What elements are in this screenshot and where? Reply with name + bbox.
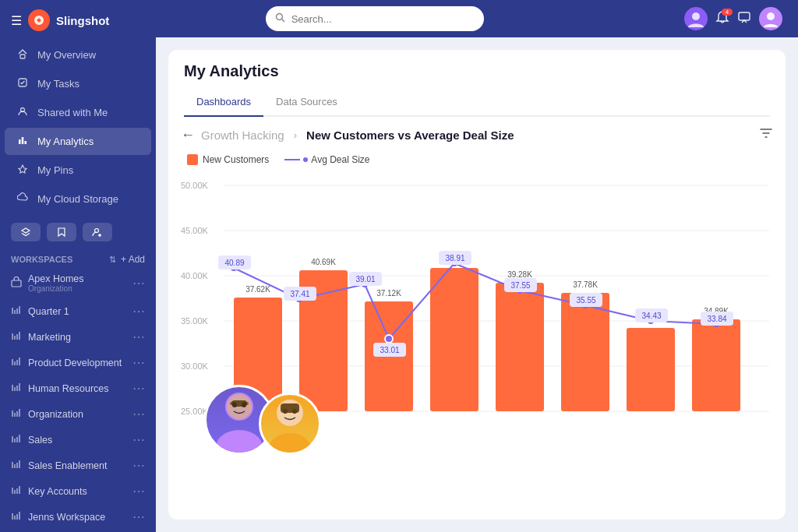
svg-text:30.00K: 30.00K <box>181 361 209 371</box>
workspace-marketing-name: Marketing <box>28 332 71 343</box>
svg-text:39.28K: 39.28K <box>507 270 532 279</box>
line-label-5: 37.55 <box>510 281 530 290</box>
avatar-person2 <box>259 393 321 455</box>
workspace-keyaccts-more[interactable]: ⋯ <box>132 484 145 499</box>
breadcrumb-current: New Customers vs Average Deal Size <box>306 129 514 142</box>
topbar-actions: 4 <box>684 7 782 30</box>
svg-text:37.62K: 37.62K <box>245 285 270 294</box>
search-input[interactable] <box>291 13 475 25</box>
workspace-jenns[interactable]: Jenns Workspace ⋯ <box>0 504 156 530</box>
bookmark-button[interactable] <box>47 223 76 241</box>
workspace-org-more[interactable]: ⋯ <box>132 407 145 421</box>
workspace-quarter1[interactable]: Quarter 1 ⋯ <box>0 298 156 324</box>
workspace-enablement[interactable]: Sales Enablement ⋯ <box>0 453 156 478</box>
sidebar-item-overview[interactable]: My Overview <box>5 41 151 69</box>
filter-button[interactable] <box>759 126 773 143</box>
user-avatar-group[interactable] <box>684 7 708 30</box>
svg-text:37.12K: 37.12K <box>376 289 401 298</box>
workspaces-label: Workspaces <box>11 255 72 264</box>
svg-rect-10 <box>12 280 21 287</box>
workspace-marketing[interactable]: Marketing ⋯ <box>0 324 156 350</box>
bar-4 <box>430 268 478 411</box>
sidebar-item-tasks[interactable]: My Tasks <box>5 70 151 97</box>
bar-7 <box>627 328 675 411</box>
line-dot-3 <box>385 335 393 343</box>
tab-dashboards[interactable]: Dashboards <box>184 90 263 117</box>
workspace-hr-name: Human Resources <box>28 383 109 394</box>
workspace-keyaccts-icon <box>11 484 22 498</box>
workspace-q1-name: Quarter 1 <box>28 306 69 317</box>
bar-6 <box>561 293 609 411</box>
workspace-hr-more[interactable]: ⋯ <box>132 381 145 396</box>
workspace-apex-more[interactable]: ⋯ <box>132 276 145 291</box>
back-button[interactable]: ← <box>181 127 195 143</box>
workspace-q1-icon <box>11 305 22 318</box>
workspace-product-name: Product Development <box>28 358 122 368</box>
layers-button[interactable] <box>11 223 41 241</box>
topbar: 4 <box>156 0 798 37</box>
page-title: My Analytics <box>184 62 770 80</box>
svg-point-37 <box>216 430 263 455</box>
workspace-product-more[interactable]: ⋯ <box>132 355 145 370</box>
legend-bar-rect <box>187 154 198 165</box>
notifications-button[interactable]: 4 <box>715 10 729 27</box>
workspace-jenns-name: Jenns Workspace <box>28 512 105 523</box>
workspace-org[interactable]: Organization ⋯ <box>0 401 156 427</box>
svg-point-13 <box>692 12 700 20</box>
workspace-product[interactable]: Product Development ⋯ <box>0 350 156 375</box>
workspace-apex-icon <box>11 277 22 290</box>
legend-bar-label: New Customers <box>203 154 269 165</box>
svg-text:37.78K: 37.78K <box>573 280 598 289</box>
workspace-apex[interactable]: Apex HomesOrganization ⋯ <box>0 268 156 298</box>
workspace-q1-more[interactable]: ⋯ <box>132 304 145 319</box>
sidebar-item-analytics[interactable]: My Analytics <box>5 128 151 155</box>
workspace-sales-name: Sales <box>28 435 52 446</box>
bar-8 <box>692 319 740 411</box>
hamburger-icon[interactable]: ☰ <box>11 13 22 28</box>
notification-badge: 4 <box>722 9 733 16</box>
svg-point-15 <box>767 12 775 20</box>
chat-button[interactable] <box>737 10 751 27</box>
workspace-jenns-more[interactable]: ⋯ <box>132 509 145 524</box>
workspace-sales[interactable]: Sales ⋯ <box>0 427 156 453</box>
breadcrumb-parent: Growth Hacking <box>201 129 284 142</box>
workspace-marketing-more[interactable]: ⋯ <box>132 329 145 344</box>
svg-rect-6 <box>25 141 27 144</box>
workspace-jenns-icon <box>11 510 22 523</box>
profile-avatar[interactable] <box>759 7 782 30</box>
workspace-apex-sub: Organization <box>28 284 84 293</box>
sidebar-item-pins[interactable]: My Pins <box>5 157 151 184</box>
svg-point-48 <box>270 433 310 455</box>
svg-rect-14 <box>739 12 750 20</box>
svg-rect-47 <box>281 403 299 413</box>
workspace-org-icon <box>11 407 22 421</box>
sidebar-item-tasks-label: My Tasks <box>37 78 79 90</box>
sidebar-item-shared[interactable]: Shared with Me <box>5 99 151 126</box>
svg-text:50.00K: 50.00K <box>181 181 209 190</box>
shared-icon <box>17 106 30 119</box>
sidebar-header: ☰ Slingshot <box>0 0 156 41</box>
sidebar-item-cloud[interactable]: My Cloud Storage <box>5 185 151 213</box>
avatars-overlay <box>204 385 321 455</box>
chart-legend: New Customers Avg Deal Size <box>181 151 773 171</box>
add-workspace-button[interactable]: + Add <box>121 254 145 265</box>
line-label-6: 35.55 <box>576 296 595 305</box>
sort-icon[interactable]: ⇅ <box>109 255 116 265</box>
workspace-enablement-more[interactable]: ⋯ <box>132 458 145 473</box>
tabs: Dashboards Data Sources <box>184 90 770 117</box>
add-user-button[interactable] <box>83 223 112 241</box>
workspace-hr[interactable]: Human Resources ⋯ <box>0 375 156 401</box>
cloud-icon <box>17 192 30 206</box>
workspace-keyaccts[interactable]: Key Accounts ⋯ <box>0 478 156 504</box>
svg-text:40.69K: 40.69K <box>311 258 336 266</box>
search-icon <box>275 12 285 25</box>
chart-svg-wrap: 50.00K 45.00K 40.00K 35.00K 30.00K 25.00… <box>181 171 773 470</box>
search-bar <box>266 6 484 31</box>
line-label-2: 39.01 <box>355 275 375 284</box>
analytics-icon <box>17 135 30 148</box>
tab-datasources[interactable]: Data Sources <box>263 90 350 117</box>
workspace-keyaccts-name: Key Accounts <box>28 486 87 497</box>
workspace-sales-more[interactable]: ⋯ <box>132 432 145 447</box>
svg-text:35.00K: 35.00K <box>181 316 209 326</box>
legend-line-rect <box>284 159 300 160</box>
